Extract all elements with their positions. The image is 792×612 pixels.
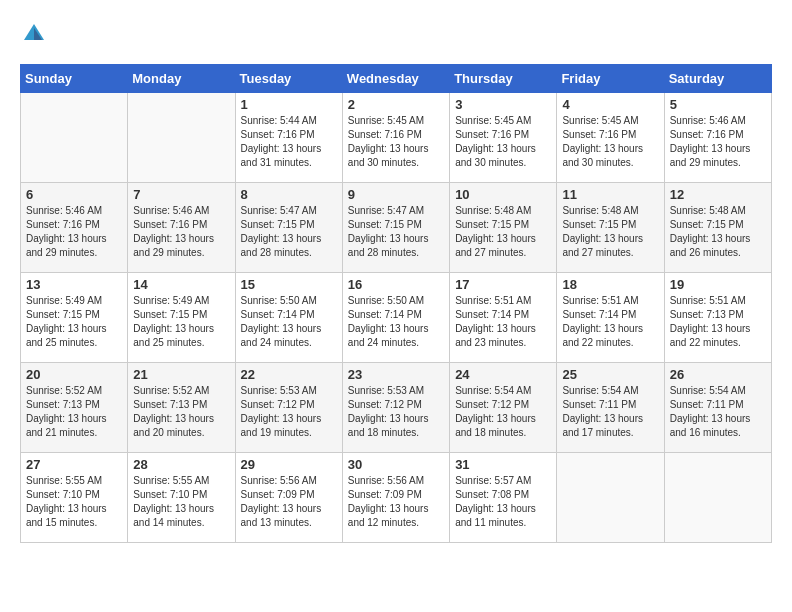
- calendar-cell: 21Sunrise: 5:52 AM Sunset: 7:13 PM Dayli…: [128, 363, 235, 453]
- header-sunday: Sunday: [21, 65, 128, 93]
- header-tuesday: Tuesday: [235, 65, 342, 93]
- day-info: Sunrise: 5:46 AM Sunset: 7:16 PM Dayligh…: [670, 114, 766, 170]
- day-number: 8: [241, 187, 337, 202]
- day-number: 29: [241, 457, 337, 472]
- calendar-week-row: 20Sunrise: 5:52 AM Sunset: 7:13 PM Dayli…: [21, 363, 772, 453]
- header-monday: Monday: [128, 65, 235, 93]
- day-number: 27: [26, 457, 122, 472]
- day-info: Sunrise: 5:49 AM Sunset: 7:15 PM Dayligh…: [26, 294, 122, 350]
- day-info: Sunrise: 5:48 AM Sunset: 7:15 PM Dayligh…: [455, 204, 551, 260]
- day-info: Sunrise: 5:50 AM Sunset: 7:14 PM Dayligh…: [348, 294, 444, 350]
- calendar-cell: 19Sunrise: 5:51 AM Sunset: 7:13 PM Dayli…: [664, 273, 771, 363]
- calendar-cell: 4Sunrise: 5:45 AM Sunset: 7:16 PM Daylig…: [557, 93, 664, 183]
- calendar-cell: 25Sunrise: 5:54 AM Sunset: 7:11 PM Dayli…: [557, 363, 664, 453]
- header-saturday: Saturday: [664, 65, 771, 93]
- calendar-week-row: 1Sunrise: 5:44 AM Sunset: 7:16 PM Daylig…: [21, 93, 772, 183]
- day-number: 30: [348, 457, 444, 472]
- day-number: 13: [26, 277, 122, 292]
- day-info: Sunrise: 5:47 AM Sunset: 7:15 PM Dayligh…: [348, 204, 444, 260]
- calendar-cell: [557, 453, 664, 543]
- calendar-cell: 11Sunrise: 5:48 AM Sunset: 7:15 PM Dayli…: [557, 183, 664, 273]
- calendar-cell: 17Sunrise: 5:51 AM Sunset: 7:14 PM Dayli…: [450, 273, 557, 363]
- calendar-week-row: 27Sunrise: 5:55 AM Sunset: 7:10 PM Dayli…: [21, 453, 772, 543]
- day-info: Sunrise: 5:54 AM Sunset: 7:11 PM Dayligh…: [562, 384, 658, 440]
- day-number: 17: [455, 277, 551, 292]
- calendar-cell: 3Sunrise: 5:45 AM Sunset: 7:16 PM Daylig…: [450, 93, 557, 183]
- calendar-cell: 2Sunrise: 5:45 AM Sunset: 7:16 PM Daylig…: [342, 93, 449, 183]
- calendar-cell: 7Sunrise: 5:46 AM Sunset: 7:16 PM Daylig…: [128, 183, 235, 273]
- calendar-cell: 31Sunrise: 5:57 AM Sunset: 7:08 PM Dayli…: [450, 453, 557, 543]
- logo-icon: [20, 20, 48, 48]
- day-info: Sunrise: 5:44 AM Sunset: 7:16 PM Dayligh…: [241, 114, 337, 170]
- day-number: 2: [348, 97, 444, 112]
- calendar-cell: 14Sunrise: 5:49 AM Sunset: 7:15 PM Dayli…: [128, 273, 235, 363]
- calendar-week-row: 13Sunrise: 5:49 AM Sunset: 7:15 PM Dayli…: [21, 273, 772, 363]
- day-number: 11: [562, 187, 658, 202]
- day-number: 19: [670, 277, 766, 292]
- day-info: Sunrise: 5:55 AM Sunset: 7:10 PM Dayligh…: [133, 474, 229, 530]
- day-info: Sunrise: 5:54 AM Sunset: 7:12 PM Dayligh…: [455, 384, 551, 440]
- calendar-cell: [21, 93, 128, 183]
- logo: [20, 20, 52, 48]
- day-info: Sunrise: 5:56 AM Sunset: 7:09 PM Dayligh…: [241, 474, 337, 530]
- day-info: Sunrise: 5:48 AM Sunset: 7:15 PM Dayligh…: [562, 204, 658, 260]
- day-number: 10: [455, 187, 551, 202]
- calendar-cell: 13Sunrise: 5:49 AM Sunset: 7:15 PM Dayli…: [21, 273, 128, 363]
- calendar-cell: 20Sunrise: 5:52 AM Sunset: 7:13 PM Dayli…: [21, 363, 128, 453]
- day-number: 14: [133, 277, 229, 292]
- day-info: Sunrise: 5:48 AM Sunset: 7:15 PM Dayligh…: [670, 204, 766, 260]
- day-number: 7: [133, 187, 229, 202]
- day-info: Sunrise: 5:52 AM Sunset: 7:13 PM Dayligh…: [133, 384, 229, 440]
- day-number: 24: [455, 367, 551, 382]
- calendar-cell: 12Sunrise: 5:48 AM Sunset: 7:15 PM Dayli…: [664, 183, 771, 273]
- day-info: Sunrise: 5:56 AM Sunset: 7:09 PM Dayligh…: [348, 474, 444, 530]
- day-info: Sunrise: 5:51 AM Sunset: 7:14 PM Dayligh…: [562, 294, 658, 350]
- day-info: Sunrise: 5:49 AM Sunset: 7:15 PM Dayligh…: [133, 294, 229, 350]
- calendar-cell: 28Sunrise: 5:55 AM Sunset: 7:10 PM Dayli…: [128, 453, 235, 543]
- page-header: [20, 20, 772, 48]
- calendar-cell: 23Sunrise: 5:53 AM Sunset: 7:12 PM Dayli…: [342, 363, 449, 453]
- calendar-header-row: SundayMondayTuesdayWednesdayThursdayFrid…: [21, 65, 772, 93]
- header-thursday: Thursday: [450, 65, 557, 93]
- day-info: Sunrise: 5:53 AM Sunset: 7:12 PM Dayligh…: [241, 384, 337, 440]
- calendar-cell: 27Sunrise: 5:55 AM Sunset: 7:10 PM Dayli…: [21, 453, 128, 543]
- day-number: 4: [562, 97, 658, 112]
- day-info: Sunrise: 5:45 AM Sunset: 7:16 PM Dayligh…: [562, 114, 658, 170]
- calendar-cell: 8Sunrise: 5:47 AM Sunset: 7:15 PM Daylig…: [235, 183, 342, 273]
- day-info: Sunrise: 5:46 AM Sunset: 7:16 PM Dayligh…: [133, 204, 229, 260]
- day-number: 23: [348, 367, 444, 382]
- calendar-cell: 22Sunrise: 5:53 AM Sunset: 7:12 PM Dayli…: [235, 363, 342, 453]
- day-info: Sunrise: 5:45 AM Sunset: 7:16 PM Dayligh…: [348, 114, 444, 170]
- calendar-cell: 6Sunrise: 5:46 AM Sunset: 7:16 PM Daylig…: [21, 183, 128, 273]
- day-number: 26: [670, 367, 766, 382]
- day-info: Sunrise: 5:53 AM Sunset: 7:12 PM Dayligh…: [348, 384, 444, 440]
- day-number: 9: [348, 187, 444, 202]
- calendar-cell: 9Sunrise: 5:47 AM Sunset: 7:15 PM Daylig…: [342, 183, 449, 273]
- day-number: 28: [133, 457, 229, 472]
- calendar-cell: 10Sunrise: 5:48 AM Sunset: 7:15 PM Dayli…: [450, 183, 557, 273]
- calendar-cell: 24Sunrise: 5:54 AM Sunset: 7:12 PM Dayli…: [450, 363, 557, 453]
- day-info: Sunrise: 5:51 AM Sunset: 7:13 PM Dayligh…: [670, 294, 766, 350]
- day-number: 25: [562, 367, 658, 382]
- calendar-cell: 30Sunrise: 5:56 AM Sunset: 7:09 PM Dayli…: [342, 453, 449, 543]
- calendar-cell: 1Sunrise: 5:44 AM Sunset: 7:16 PM Daylig…: [235, 93, 342, 183]
- day-info: Sunrise: 5:52 AM Sunset: 7:13 PM Dayligh…: [26, 384, 122, 440]
- day-number: 5: [670, 97, 766, 112]
- day-info: Sunrise: 5:51 AM Sunset: 7:14 PM Dayligh…: [455, 294, 551, 350]
- day-number: 16: [348, 277, 444, 292]
- day-number: 6: [26, 187, 122, 202]
- day-number: 15: [241, 277, 337, 292]
- calendar-cell: 29Sunrise: 5:56 AM Sunset: 7:09 PM Dayli…: [235, 453, 342, 543]
- day-info: Sunrise: 5:54 AM Sunset: 7:11 PM Dayligh…: [670, 384, 766, 440]
- calendar-cell: 26Sunrise: 5:54 AM Sunset: 7:11 PM Dayli…: [664, 363, 771, 453]
- calendar-cell: [128, 93, 235, 183]
- day-info: Sunrise: 5:57 AM Sunset: 7:08 PM Dayligh…: [455, 474, 551, 530]
- calendar-cell: 15Sunrise: 5:50 AM Sunset: 7:14 PM Dayli…: [235, 273, 342, 363]
- header-wednesday: Wednesday: [342, 65, 449, 93]
- calendar-cell: 16Sunrise: 5:50 AM Sunset: 7:14 PM Dayli…: [342, 273, 449, 363]
- day-info: Sunrise: 5:55 AM Sunset: 7:10 PM Dayligh…: [26, 474, 122, 530]
- day-info: Sunrise: 5:45 AM Sunset: 7:16 PM Dayligh…: [455, 114, 551, 170]
- day-number: 12: [670, 187, 766, 202]
- day-number: 22: [241, 367, 337, 382]
- day-number: 31: [455, 457, 551, 472]
